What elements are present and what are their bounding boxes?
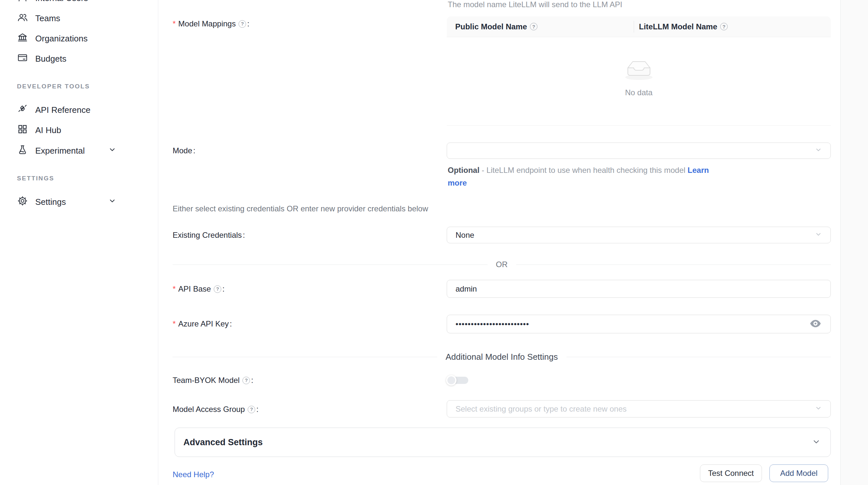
chevron-down-icon [108, 197, 116, 207]
help-icon[interactable]: ? [214, 285, 221, 293]
label-colon: : [247, 19, 249, 29]
sidebar-section-developer-tools: DEVELOPER TOOLS [17, 83, 90, 90]
sidebar-item-label: Budgets [35, 54, 66, 64]
advanced-settings-title: Advanced Settings [183, 438, 263, 448]
column-header-public-model-name: Public Model Name ? [447, 22, 634, 31]
sidebar-item-teams[interactable]: Teams [0, 10, 158, 26]
help-icon[interactable]: ? [243, 377, 250, 384]
api-icon [17, 103, 28, 117]
eye-icon[interactable] [809, 319, 822, 329]
sidebar-item-label: Organizations [35, 34, 88, 44]
label-colon: : [222, 284, 224, 294]
azure-api-key-label: * Azure API Key : [173, 319, 235, 329]
credentials-note: Either select existing credentials OR en… [173, 204, 428, 213]
sidebar-item-organizations[interactable]: Organizations [0, 31, 158, 46]
sidebar-item-label: Teams [35, 13, 60, 24]
sidebar-item-settings[interactable]: Settings [0, 194, 158, 210]
existing-credentials-select[interactable]: None [447, 227, 831, 243]
info-settings-divider-text: Additional Model Info Settings [437, 352, 566, 362]
mode-help-text: Optional - LiteLLM endpoint to use when … [448, 164, 718, 189]
label-colon: : [230, 319, 232, 329]
info-settings-divider: Additional Model Info Settings [173, 352, 831, 362]
team-byok-toggle[interactable] [447, 375, 469, 386]
sidebar-item-ai-hub[interactable]: AI Hub [0, 122, 158, 138]
toggle-knob [446, 375, 457, 386]
or-divider: OR [173, 260, 831, 269]
teams-icon [17, 12, 28, 25]
sidebar-item-label: Experimental [35, 146, 85, 156]
chevron-down-icon [108, 146, 116, 156]
existing-credentials-label: Existing Credentials : [173, 230, 248, 240]
selected-value: None [456, 231, 474, 240]
mode-select[interactable] [447, 142, 831, 159]
azure-api-key-input[interactable] [447, 315, 831, 333]
test-connect-button[interactable]: Test Connect [700, 464, 762, 482]
sidebar-item-api-reference[interactable]: API Reference [0, 102, 158, 118]
sidebar: Internal Users Teams Organizations Budge… [0, 0, 158, 485]
mode-label: Mode : [173, 146, 198, 156]
flask-icon [17, 144, 28, 158]
chevron-down-icon [812, 438, 821, 448]
model-mappings-label: * Model Mappings ? : [173, 19, 252, 29]
no-data-text: No data [625, 88, 652, 97]
table-empty-state: No data [447, 37, 831, 125]
model-access-group-select[interactable]: Select existing groups or type to create… [447, 400, 831, 418]
help-icon[interactable]: ? [530, 23, 537, 30]
select-placeholder: Select existing groups or type to create… [456, 405, 626, 414]
sidebar-item-label: AI Hub [35, 125, 61, 135]
help-icon[interactable]: ? [248, 406, 255, 413]
need-help-link[interactable]: Need Help? [173, 470, 214, 479]
help-icon[interactable]: ? [239, 20, 246, 28]
label-colon: : [251, 376, 253, 385]
sidebar-item-budgets[interactable]: Budgets [0, 51, 158, 67]
sidebar-item-experimental[interactable]: Experimental [0, 143, 158, 159]
required-asterisk: * [173, 319, 176, 329]
chevron-down-icon [815, 231, 822, 240]
label-colon: : [193, 146, 195, 156]
sidebar-item-internal-users[interactable]: Internal Users [0, 0, 158, 6]
model-access-group-label: Model Access Group ? : [173, 405, 261, 414]
add-model-form-panel: The model name LiteLLM will send to the … [158, 0, 840, 485]
model-mappings-table: Public Model Name ? LiteLLM Model Name ?… [447, 16, 831, 126]
table-header-row: Public Model Name ? LiteLLM Model Name ? [447, 16, 831, 37]
label-colon: : [256, 405, 258, 414]
team-byok-label: Team-BYOK Model ? : [173, 376, 256, 385]
api-base-label: * API Base ? : [173, 284, 227, 294]
sidebar-item-label: Settings [35, 197, 66, 207]
add-model-button[interactable]: Add Model [770, 464, 828, 482]
sidebar-item-label: Internal Users [35, 0, 88, 3]
chevron-down-icon [815, 146, 822, 155]
model-name-help-text: The model name LiteLLM will send to the … [448, 0, 622, 9]
page-background-strip [840, 0, 868, 485]
chevron-down-icon [815, 405, 822, 414]
bank-icon [17, 32, 28, 45]
azure-api-key-field [447, 315, 831, 333]
grid-icon [17, 124, 28, 137]
user-icon [17, 0, 28, 5]
empty-box-icon [623, 56, 655, 82]
sidebar-item-label: API Reference [35, 105, 90, 115]
credit-card-icon [17, 52, 28, 66]
label-colon: : [243, 230, 245, 240]
or-divider-text: OR [488, 260, 516, 269]
sidebar-section-settings: SETTINGS [17, 175, 54, 182]
required-asterisk: * [173, 19, 176, 29]
gear-icon [17, 195, 28, 209]
required-asterisk: * [173, 284, 176, 294]
column-divider [634, 21, 634, 33]
column-header-litellm-model-name: LiteLLM Model Name ? [634, 22, 831, 31]
api-base-input[interactable] [447, 280, 831, 298]
help-icon[interactable]: ? [720, 23, 728, 30]
advanced-settings-panel[interactable]: Advanced Settings [175, 428, 831, 457]
